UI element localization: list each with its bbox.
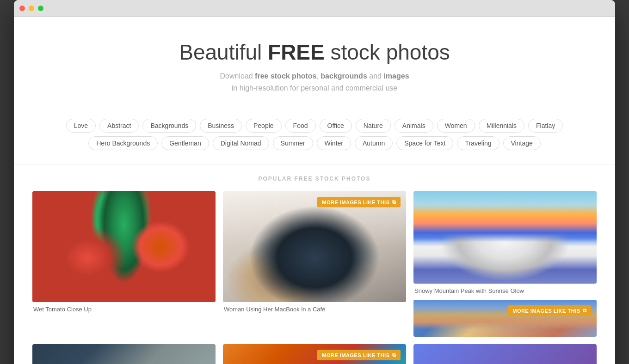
photo-card-bottom-center[interactable]: MORE IMAGES LIKE THIS <box>223 344 406 364</box>
popular-section-title: POPULAR FREE STOCK PHOTOS <box>32 176 597 182</box>
photo-card-bottom-left[interactable] <box>32 344 216 364</box>
bottom-photo-row: MORE IMAGES LIKE THIS <box>32 344 597 364</box>
tag-gentleman[interactable]: Gentleman <box>161 136 209 150</box>
popular-section: POPULAR FREE STOCK PHOTOS Wet Tomato Clo… <box>14 164 615 364</box>
hero-section: Beautiful FREE stock photos Download fre… <box>14 17 615 108</box>
photo-card-macbook[interactable]: MORE IMAGES LIKE THIS Woman Using Her Ma… <box>223 191 406 337</box>
photo-image-mountain <box>413 191 597 284</box>
photo-caption-macbook: Woman Using Her MacBook in a Café <box>223 302 406 315</box>
photo-grid: Wet Tomato Close Up MORE IMAGES LIKE THI… <box>32 191 597 337</box>
tag-millennials[interactable]: Millennials <box>479 119 524 133</box>
photo-caption-mountain: Snowy Mountain Peak with Sunrise Glow <box>413 284 597 296</box>
minimize-button[interactable] <box>29 6 34 11</box>
hero-title-bold: FREE <box>268 40 325 64</box>
hero-title-start: Beautiful <box>179 40 268 64</box>
tag-office[interactable]: Office <box>320 119 352 133</box>
more-images-badge-bottom-center[interactable]: MORE IMAGES LIKE THIS <box>317 350 401 360</box>
photo-card-tomato[interactable]: Wet Tomato Close Up <box>32 191 216 337</box>
browser-content: Beautiful FREE stock photos Download fre… <box>14 17 615 364</box>
more-images-badge-city[interactable]: MORE IMAGES LIKE THIS <box>508 305 591 316</box>
more-images-badge-macbook[interactable]: MORE IMAGES LIKE THIS <box>317 197 401 207</box>
tag-summer[interactable]: Summer <box>273 136 313 150</box>
tag-autumn[interactable]: Autumn <box>355 136 393 150</box>
tag-abstract[interactable]: Abstract <box>99 119 139 133</box>
tag-hero-backgrounds[interactable]: Hero Backgrounds <box>88 136 158 150</box>
hero-subtitle-line2: in high-resolution for personal and comm… <box>232 84 397 92</box>
photo-image-tomato <box>32 191 216 302</box>
tag-flatlay[interactable]: Flatlay <box>528 119 563 133</box>
tag-animals[interactable]: Animals <box>395 119 433 133</box>
photo-image-macbook: MORE IMAGES LIKE THIS <box>223 191 406 302</box>
tag-traveling[interactable]: Traveling <box>457 136 499 150</box>
tags-section: Love Abstract Backgrounds Business Peopl… <box>14 108 615 159</box>
tag-backgrounds[interactable]: Backgrounds <box>142 119 196 133</box>
hero-subtitle: Download free stock photos, backgrounds … <box>23 70 606 94</box>
close-button[interactable] <box>19 6 25 11</box>
tag-people[interactable]: People <box>246 119 282 133</box>
hero-title-end: stock photos <box>325 40 450 64</box>
tag-food[interactable]: Food <box>285 119 316 133</box>
browser-window: Beautiful FREE stock photos Download fre… <box>14 0 615 364</box>
tag-nature[interactable]: Nature <box>356 119 391 133</box>
photo-card-bottom-right[interactable] <box>413 344 597 364</box>
hero-title: Beautiful FREE stock photos <box>23 40 606 65</box>
photo-caption-tomato: Wet Tomato Close Up <box>32 302 216 315</box>
tag-digital-nomad[interactable]: Digital Nomad <box>213 136 269 150</box>
tag-love[interactable]: Love <box>66 119 96 133</box>
maximize-button[interactable] <box>38 6 43 11</box>
tag-space-for-text[interactable]: Space for Text <box>396 136 453 150</box>
tag-women[interactable]: Women <box>437 119 475 133</box>
tag-business[interactable]: Business <box>200 119 242 133</box>
browser-titlebar <box>14 0 615 17</box>
photo-image-city[interactable]: MORE IMAGES LIKE THIS <box>413 300 597 337</box>
tag-vintage[interactable]: Vintage <box>503 136 541 150</box>
photo-card-mountain[interactable]: Snowy Mountain Peak with Sunrise Glow MO… <box>413 191 597 337</box>
tag-winter[interactable]: Winter <box>317 136 351 150</box>
